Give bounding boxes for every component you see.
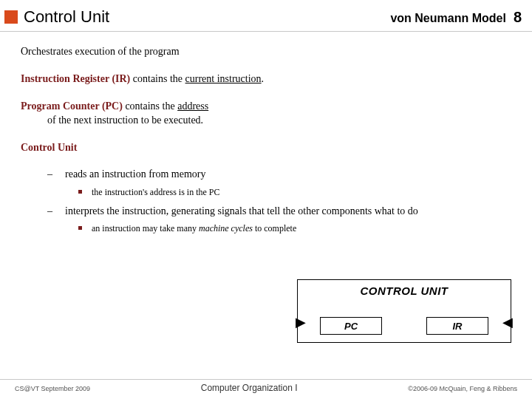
slide-footer: CS@VT September 2009 Computer Organizati… <box>0 383 532 393</box>
b2a-post: to complete <box>253 223 296 233</box>
ir-underlined: current instruction <box>185 73 262 84</box>
pc-label: Program Counter (PC) <box>21 100 123 112</box>
footer-divider <box>0 379 532 380</box>
header-left: Control Unit <box>4 7 109 27</box>
control-unit-diagram: CONTROL UNIT ▶ ◀ PC IR <box>297 279 511 343</box>
pc-underlined: address <box>177 100 208 112</box>
slide: Control Unit von Neumann Model 8 Orchest… <box>0 0 532 399</box>
b2a-italic: machine cycles <box>199 223 253 233</box>
lead-text: Orchestrates execution of the program <box>21 45 514 59</box>
pc-paragraph: Program Counter (PC) contains the addres… <box>21 100 514 128</box>
page-number: 8 <box>514 9 522 26</box>
bullet-list: reads an instruction from memory the ins… <box>47 168 514 234</box>
ir-period: . <box>262 73 265 84</box>
ir-rest: contains the <box>130 73 185 84</box>
list-item: an instruction may take many machine cyc… <box>47 222 514 234</box>
ir-box: IR <box>426 317 488 335</box>
list-item: reads an instruction from memory <box>47 168 514 182</box>
pc-rest: contains the <box>123 100 177 112</box>
pc-box: PC <box>320 317 382 335</box>
diagram-sub-boxes: PC IR <box>298 317 511 335</box>
ir-label: Instruction Register (IR) <box>21 73 130 84</box>
accent-square-icon <box>4 10 18 24</box>
list-item: interprets the instruction, generating s… <box>47 205 514 219</box>
footer-left: CS@VT September 2009 <box>15 385 90 392</box>
diagram-title: CONTROL UNIT <box>298 284 511 297</box>
slide-header: Control Unit von Neumann Model 8 <box>0 0 532 31</box>
slide-content: Orchestrates execution of the program In… <box>0 32 532 235</box>
pc-tail: of the next instruction to be executed. <box>47 114 514 128</box>
footer-center: Computer Organization I <box>201 383 298 393</box>
subject-label: von Neumann Model <box>390 12 505 25</box>
slide-title: Control Unit <box>24 7 109 27</box>
b2a-pre: an instruction may take many <box>92 223 199 233</box>
list-item: the instruction's address is in the PC <box>47 186 514 198</box>
control-unit-label: Control Unit <box>21 141 514 155</box>
ir-paragraph: Instruction Register (IR) contains the c… <box>21 72 514 86</box>
header-right: von Neumann Model 8 <box>390 9 522 26</box>
footer-right: ©2006-09 McQuain, Feng & Ribbens <box>408 385 517 392</box>
diagram-outer-box: CONTROL UNIT ▶ ◀ PC IR <box>297 279 511 343</box>
